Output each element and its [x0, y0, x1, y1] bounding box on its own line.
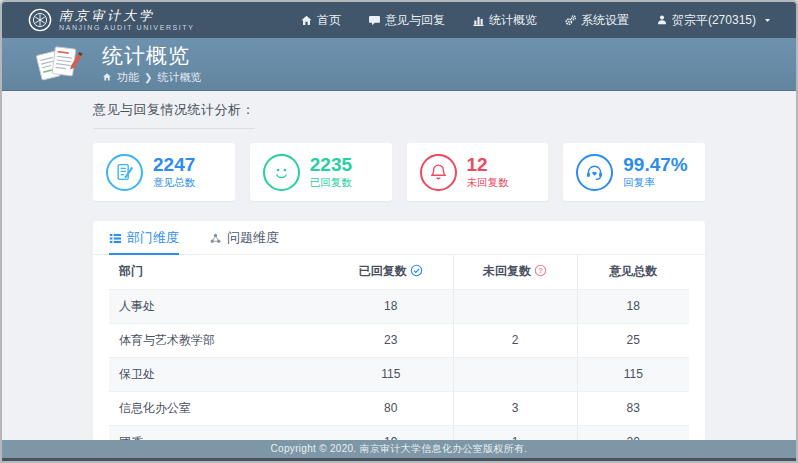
- top-navbar: 南京审计大学 NANJING AUDIT UNIVERSITY 首页 意见与回复: [2, 2, 796, 38]
- unreplied-count-link[interactable]: [453, 289, 577, 323]
- nav-label: 贺宗平(270315): [672, 12, 756, 29]
- table-row: 体育与艺术教学部 23 2 25: [109, 323, 689, 357]
- comment-icon: [368, 14, 381, 27]
- document-edit-icon: [114, 162, 135, 183]
- stat-label: 回复率: [623, 176, 687, 190]
- nav-label: 系统设置: [581, 12, 629, 29]
- dimension-tabs: 部门维度 问题维度: [93, 221, 705, 255]
- nav-label: 统计概览: [489, 12, 537, 29]
- breadcrumb-separator-icon: ❯: [144, 72, 152, 83]
- home-icon: [300, 14, 313, 27]
- stat-cards: 2247 意见总数 2235 已回复数: [93, 143, 705, 201]
- smiley-icon: [271, 162, 292, 183]
- list-icon: [109, 232, 122, 245]
- browser-window: 南京审计大学 NANJING AUDIT UNIVERSITY 首页 意见与回复: [0, 0, 798, 463]
- stat-value: 99.47%: [623, 155, 687, 175]
- tab-department-dimension[interactable]: 部门维度: [109, 229, 179, 254]
- table-row: 信息化办公室 80 3 83: [109, 391, 689, 425]
- bar-chart-icon: [472, 14, 485, 27]
- nav-label: 首页: [317, 12, 341, 29]
- department-name: 团委: [109, 425, 329, 440]
- stats-table: 部门 已回复数 未回复数? 意见总数 人事处: [109, 255, 689, 440]
- main-nav: 首页 意见与回复 统计概览: [273, 12, 772, 29]
- page-footer: Copyright © 2020. 南京审计大学信息化办公室版权所有.: [2, 440, 796, 458]
- department-name: 人事处: [109, 289, 329, 323]
- user-icon: [656, 14, 668, 26]
- svg-text:?: ?: [538, 267, 543, 276]
- department-name: 体育与艺术教学部: [109, 323, 329, 357]
- total-count: 83: [577, 391, 689, 425]
- table-body: 人事处 18 18 体育与艺术教学部 23 2 25 保卫处: [109, 289, 689, 440]
- headset-icon: [584, 162, 605, 183]
- unreplied-count-link[interactable]: [453, 357, 577, 391]
- table-row: 人事处 18 18: [109, 289, 689, 323]
- breadcrumb: 功能 ❯ 统计概览: [102, 70, 201, 85]
- home-icon: [102, 72, 112, 82]
- column-header-total: 意见总数: [577, 255, 689, 289]
- university-name-en: NANJING AUDIT UNIVERSITY: [59, 24, 195, 31]
- total-count: 25: [577, 323, 689, 357]
- stat-card-total-opinions: 2247 意见总数: [93, 143, 235, 201]
- stat-card-unreplied: 12 未回复数: [407, 143, 549, 201]
- chevron-down-icon: [763, 16, 772, 25]
- page-header: 统计概览 功能 ❯ 统计概览: [2, 38, 796, 91]
- stat-value: 2247: [153, 155, 195, 175]
- cluster-icon: [209, 232, 222, 245]
- page-title: 统计概览: [102, 44, 201, 67]
- nav-item-home[interactable]: 首页: [300, 12, 341, 29]
- documents-illustration-icon: [33, 43, 85, 85]
- nav-item-settings[interactable]: 系统设置: [564, 12, 629, 29]
- university-seal-icon: [28, 8, 52, 32]
- tab-label: 部门维度: [127, 229, 179, 247]
- tab-question-dimension[interactable]: 问题维度: [209, 229, 279, 254]
- stat-value: 2235: [310, 155, 352, 175]
- table-row: 团委 19 1 20: [109, 425, 689, 440]
- question-circle-icon: ?: [534, 264, 547, 277]
- main-content: 意见与回复情况统计分析： 2247 意见总数: [2, 91, 796, 440]
- window-bottom-edge: [2, 458, 796, 461]
- stat-value: 12: [467, 155, 509, 175]
- copyright-text: Copyright © 2020. 南京审计大学信息化办公室版权所有.: [271, 442, 528, 456]
- section-title: 意见与回复情况统计分析：: [93, 101, 255, 129]
- stat-label: 已回复数: [310, 176, 352, 190]
- check-circle-icon: [410, 264, 423, 277]
- stat-card-replied: 2235 已回复数: [250, 143, 392, 201]
- unreplied-count-link[interactable]: 2: [453, 323, 577, 357]
- stat-label: 意见总数: [153, 176, 195, 190]
- unreplied-count-link[interactable]: 1: [453, 425, 577, 440]
- table-header-row: 部门 已回复数 未回复数? 意见总数: [109, 255, 689, 289]
- replied-count-link[interactable]: 115: [329, 357, 453, 391]
- stat-card-reply-rate: 99.47% 回复率: [563, 143, 705, 201]
- replied-count-link[interactable]: 23: [329, 323, 453, 357]
- column-header-replied: 已回复数: [329, 255, 453, 289]
- department-name: 信息化办公室: [109, 391, 329, 425]
- statistics-panel: 部门维度 问题维度 部门: [93, 221, 705, 440]
- table-row: 保卫处 115 115: [109, 357, 689, 391]
- stat-label: 未回复数: [467, 176, 509, 190]
- department-name: 保卫处: [109, 357, 329, 391]
- gears-icon: [564, 14, 577, 27]
- nav-item-statistics[interactable]: 统计概览: [472, 12, 537, 29]
- total-count: 18: [577, 289, 689, 323]
- nav-label: 意见与回复: [385, 12, 445, 29]
- column-header-unreplied: 未回复数?: [453, 255, 577, 289]
- replied-count-link[interactable]: 19: [329, 425, 453, 440]
- unreplied-count-link[interactable]: 3: [453, 391, 577, 425]
- replied-count-link[interactable]: 80: [329, 391, 453, 425]
- tab-label: 问题维度: [227, 229, 279, 247]
- university-brand: 南京审计大学 NANJING AUDIT UNIVERSITY: [28, 8, 195, 32]
- replied-count-link[interactable]: 18: [329, 289, 453, 323]
- total-count: 115: [577, 357, 689, 391]
- column-header-department: 部门: [109, 255, 329, 289]
- nav-item-feedback[interactable]: 意见与回复: [368, 12, 445, 29]
- bell-icon: [428, 162, 449, 183]
- university-name: 南京审计大学: [59, 9, 195, 22]
- total-count: 20: [577, 425, 689, 440]
- breadcrumb-link-functions[interactable]: 功能: [117, 70, 139, 85]
- breadcrumb-current: 统计概览: [157, 70, 201, 85]
- nav-item-user-menu[interactable]: 贺宗平(270315): [656, 12, 772, 29]
